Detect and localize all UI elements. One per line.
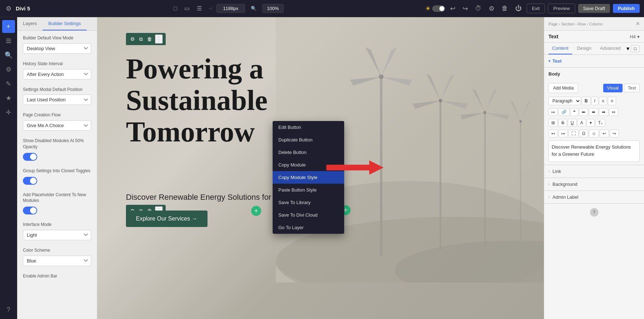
align-left-btn[interactable]: ⬅ [579,108,588,116]
align-right-btn[interactable]: ➡ [599,108,608,116]
redo-btn[interactable]: ↪ [460,3,470,14]
sun-icon: ☀ [425,5,431,13]
ctx-edit-button[interactable]: Edit Button [273,121,344,134]
visual-tab[interactable]: Visual [603,84,623,92]
setting-builder-view-select[interactable]: Desktop ViewTablet ViewMobile View [23,43,91,54]
setting-disabled-modules-toggle[interactable] [23,153,37,161]
setting-placeholder-toggle[interactable] [23,207,37,214]
zoom-input[interactable] [262,4,284,13]
align-center-btn[interactable]: ⬌ [589,108,598,116]
setting-group-toggles-toggle[interactable] [23,177,37,185]
module-settings-icon[interactable]: ⚙ [129,35,136,43]
align-justify-btn[interactable]: ⇔ [609,108,618,116]
power-btn[interactable]: ⏻ [513,3,524,14]
icon-bar-plus[interactable]: + [2,20,15,33]
preview-btn[interactable]: Preview [548,4,575,13]
theme-toggle-pill[interactable] [432,5,445,12]
ctx-duplicate-button[interactable]: Duplicate Button [273,134,344,146]
rp-section-text-header[interactable]: ▾ Text [544,55,644,67]
right-panel-close[interactable]: × [636,20,640,28]
icon-bar-help[interactable]: ? [2,303,15,316]
module-delete-icon[interactable]: 🗑 [146,35,153,43]
ctx-delete-button[interactable]: Delete Button [273,146,344,159]
setting-page-flow: Page Creation Flow Give Me A ChoiceStart… [23,112,91,131]
fullscreen-btn[interactable]: ⛶ [569,130,579,137]
ctx-save-to-divi-cloud[interactable]: Save To Divi Cloud [273,209,344,221]
tab-builder-settings[interactable]: Builder Settings [43,17,87,30]
settings-gear-icon[interactable]: ⚙ [4,3,13,14]
theme-toggle[interactable]: ☀ [425,5,445,13]
icon-bar-layers[interactable] [2,34,15,47]
help-btn[interactable]: ? [590,208,599,217]
special-char-btn[interactable]: Ω [579,130,588,137]
canvas-area[interactable]: ⚙ ⧉ 🗑 ⋮ Powering a Sustainable Tomorrow … [97,17,544,319]
canvas-plus-btn[interactable]: + [251,206,261,216]
mobile-view-btn[interactable]: ☰ [195,4,204,13]
history-btn[interactable]: ⏱ [473,3,484,14]
italic-btn[interactable]: I [591,97,598,105]
tablet-view-btn[interactable]: ▭ [182,4,192,13]
search-icon[interactable]: 🔍 [248,6,259,11]
trash-btn[interactable]: 🗑 [499,3,510,14]
save-draft-btn[interactable]: Save Draft [578,4,610,13]
rp-h4-selector[interactable]: H4 ▾ [630,34,640,39]
text-tab[interactable]: Text [624,84,640,92]
ctx-go-to-layer[interactable]: Go To Layer [273,221,344,234]
tab-layers[interactable]: Layers [17,17,43,30]
setting-builder-view-label: Builder Default View Mode [23,35,91,41]
icon-bar-settings[interactable]: ⚙ [2,63,15,76]
settings-btn[interactable]: ⚙ [487,3,497,14]
emoji-btn[interactable]: ☺ [589,130,599,137]
icon-bar-tools[interactable]: ✛ [2,106,15,119]
add-media-btn[interactable]: Add Media [548,83,578,93]
redo-text-btn[interactable]: ↪ [610,130,619,137]
desktop-view-btn[interactable]: □ [171,4,179,13]
publish-btn[interactable]: Publish [613,4,640,13]
width-input[interactable] [216,4,245,13]
outdent-btn[interactable]: ↤ [548,130,558,137]
rp-tab-dropdown-icon[interactable]: ▾ [626,45,629,52]
table-btn[interactable]: ⊞ [548,119,558,127]
list-btn[interactable]: ≡ [599,97,607,105]
strikethrough-btn[interactable]: S [558,119,567,127]
rp-collapse-link[interactable]: › Link [544,165,644,178]
link-btn[interactable]: 🔗 [558,108,570,116]
tab-design[interactable]: Design [574,43,595,54]
rp-expand-btn[interactable]: □ [631,45,640,52]
setting-page-flow-select[interactable]: Give Me A ChoiceStart BlankUse Template [23,120,91,131]
setting-color-scheme-select[interactable]: BlueGreenPurpleRed [23,256,91,266]
rp-collapse-background[interactable]: › Background [544,178,644,191]
undo-btn[interactable]: ↩ [448,3,458,14]
tab-advanced[interactable]: Advanced [596,43,624,54]
icon-bar-search[interactable]: 🔍 [2,49,15,62]
undo-text-btn[interactable]: ↩ [600,130,609,137]
exit-btn[interactable]: Exit [527,4,545,13]
module-more-icon[interactable]: ⋮ [155,34,163,44]
rp-collapse-admin-label[interactable]: › Admin Label [544,191,644,204]
underline-btn[interactable]: U [568,119,577,127]
canvas-cta-btn[interactable]: Explore Our Services → [126,211,208,227]
tab-content[interactable]: Content [548,43,572,54]
icon-bar-star[interactable]: ★ [2,92,15,105]
paragraph-select[interactable]: ParagraphH1H2 [548,97,581,105]
ctx-save-to-library[interactable]: Save To Library [273,196,344,209]
ctx-paste-button-style[interactable]: Paste Button Style [273,184,344,196]
clear-format-btn[interactable]: Tₓ [595,119,605,127]
setting-modal-position-select[interactable]: Last Used PositionFixedFloating [23,95,91,105]
indent-btn[interactable]: ↦ [548,108,558,116]
rp-help: ? [544,204,644,221]
color-btn[interactable]: A [577,119,586,127]
panel-content: Builder Default View Mode Desktop ViewTa… [17,31,97,291]
bold-btn[interactable]: B [582,97,591,105]
indent2-btn[interactable]: ↦ [558,130,568,137]
app-title: Divi 5 [16,5,30,11]
quote-btn[interactable]: ❝ [570,108,578,116]
ordered-list-btn[interactable]: ≡ [608,97,616,105]
setting-interface-mode-select[interactable]: LightDarkAuto [23,230,91,240]
topbar-left: ⚙ Divi 5 [4,3,30,14]
rp-content-editable[interactable]: Discover Renewable Energy Solutions for … [548,140,640,162]
setting-history-select[interactable]: After Every ActionManualOn Save [23,69,91,79]
module-copy-icon[interactable]: ⧉ [138,35,144,43]
icon-bar-edit[interactable]: ✎ [2,77,15,90]
more-btn[interactable]: ▾ [587,119,595,127]
